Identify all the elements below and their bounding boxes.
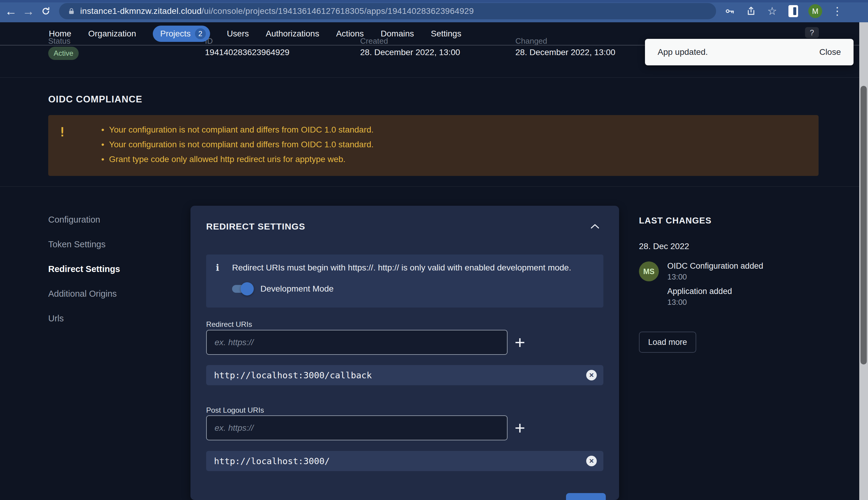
redirect-uri-input[interactable] <box>206 330 508 355</box>
back-icon[interactable]: ← <box>4 4 18 18</box>
redirect-uri-chip: http://localhost:3000/callback × <box>206 365 603 385</box>
toast-close-button[interactable]: Close <box>819 47 841 57</box>
subnav-item-urls[interactable]: Urls <box>48 314 120 323</box>
event-title: OIDC Configuration added <box>667 261 763 271</box>
console-page: Status ID Created Changed Active 1941402… <box>0 22 868 500</box>
key-icon[interactable] <box>724 5 736 17</box>
redirect-uris-label: Redirect URIs <box>206 320 252 329</box>
lock-icon <box>67 7 75 15</box>
created-value: 28. December 2022, 13:00 <box>360 48 460 57</box>
warning-item: Your configuration is not compliant and … <box>101 137 374 152</box>
page-scrollbar[interactable] <box>859 22 868 500</box>
event-time: 13:00 <box>667 272 763 282</box>
side-panel-icon[interactable] <box>787 5 799 17</box>
remove-redirect-uri-icon[interactable]: × <box>586 370 597 380</box>
tab-projects[interactable]: Projects 2 <box>153 26 210 42</box>
app-id-value: 194140283623964929 <box>205 48 289 57</box>
change-event: OIDC Configuration added 13:00 <box>667 261 763 282</box>
tab-organization[interactable]: Organization <box>88 29 136 38</box>
change-entry: MS OIDC Configuration added 13:00 Applic… <box>639 261 854 307</box>
subnav-item-token-settings[interactable]: Token Settings <box>48 240 120 249</box>
subnav-item-configuration[interactable]: Configuration <box>48 215 120 224</box>
post-logout-uris-label: Post Logout URIs <box>206 406 264 414</box>
section-divider <box>0 186 868 187</box>
settings-subnav: Configuration Token Settings Redirect Se… <box>48 215 120 323</box>
redirect-uri-value: http://localhost:3000/callback <box>214 370 372 380</box>
tab-settings[interactable]: Settings <box>431 29 461 38</box>
projects-count-badge: 2 <box>195 28 206 39</box>
editor-avatar: MS <box>639 261 659 281</box>
browser-toolbar: ← → instance1-dkmnzw.zitadel.cloud/ui/co… <box>0 0 868 22</box>
screen: ← → instance1-dkmnzw.zitadel.cloud/ui/co… <box>0 0 868 500</box>
remove-post-logout-uri-icon[interactable]: × <box>586 456 597 466</box>
scrollbar-thumb[interactable] <box>860 86 867 364</box>
tab-authorizations[interactable]: Authorizations <box>266 29 319 38</box>
url-domain: instance1-dkmnzw.zitadel.cloud <box>80 6 202 16</box>
redirect-settings-card: REDIRECT SETTINGS ℹ Redirect URIs must b… <box>190 206 619 500</box>
warning-icon: ! <box>58 125 66 139</box>
collapse-chevron-up-icon[interactable] <box>588 220 602 232</box>
subnav-item-redirect-settings[interactable]: Redirect Settings <box>48 264 120 274</box>
toast-notification: App updated. Close <box>645 39 854 65</box>
card-title: REDIRECT SETTINGS <box>206 221 305 231</box>
last-changes-title: LAST CHANGES <box>639 216 854 226</box>
dev-mode-row: Development Mode <box>232 284 334 294</box>
changes-date: 28. Dec 2022 <box>639 241 854 251</box>
post-logout-uri-chip: http://localhost:3000/ × <box>206 451 603 471</box>
event-title: Application added <box>667 287 763 296</box>
dev-mode-info-box: ℹ Redirect URIs must begin with https://… <box>206 254 603 308</box>
warning-item: Grant type code only allowed http redire… <box>101 152 374 167</box>
forward-icon[interactable]: → <box>22 4 35 18</box>
tab-users[interactable]: Users <box>227 29 249 38</box>
url-path: /ui/console/projects/194136146127618305/… <box>202 6 474 16</box>
load-more-button[interactable]: Load more <box>639 332 696 353</box>
post-logout-uri-value: http://localhost:3000/ <box>214 456 330 466</box>
toast-message: App updated. <box>658 47 708 57</box>
share-icon[interactable] <box>745 5 757 17</box>
bookmark-star-icon[interactable]: ☆ <box>766 5 778 17</box>
warning-list: Your configuration is not compliant and … <box>101 122 374 167</box>
tab-projects-label: Projects <box>160 29 190 38</box>
last-changes-panel: LAST CHANGES 28. Dec 2022 MS OIDC Config… <box>639 216 854 353</box>
add-redirect-uri-icon[interactable]: + <box>509 332 531 353</box>
add-post-logout-uri-icon[interactable]: + <box>509 418 531 439</box>
dev-mode-label: Development Mode <box>260 284 334 294</box>
browser-menu-icon[interactable]: ⋮ <box>831 5 843 17</box>
compliance-warning-box: ! Your configuration is not compliant an… <box>48 115 819 176</box>
change-event: Application added 13:00 <box>667 287 763 307</box>
event-time: 13:00 <box>667 298 763 307</box>
tab-domains[interactable]: Domains <box>381 29 414 38</box>
url-text: instance1-dkmnzw.zitadel.cloud/ui/consol… <box>80 6 474 16</box>
changed-value: 28. December 2022, 13:00 <box>515 48 615 57</box>
tab-actions[interactable]: Actions <box>336 29 364 38</box>
status-badge: Active <box>48 47 79 60</box>
header-divider <box>0 77 868 78</box>
info-icon: ℹ <box>216 262 219 273</box>
address-bar[interactable]: instance1-dkmnzw.zitadel.cloud/ui/consol… <box>59 3 716 19</box>
dev-mode-toggle[interactable] <box>232 285 252 293</box>
tab-home[interactable]: Home <box>49 29 71 38</box>
reload-icon[interactable] <box>39 4 53 18</box>
help-button[interactable]: ? <box>805 27 819 38</box>
browser-actions: ☆ M ⋮ <box>724 4 843 18</box>
warning-item: Your configuration is not compliant and … <box>101 122 374 137</box>
subnav-item-additional-origins[interactable]: Additional Origins <box>48 289 120 298</box>
post-logout-uri-input[interactable] <box>206 416 508 440</box>
browser-profile-avatar[interactable]: M <box>808 4 822 18</box>
compliance-section-title: OIDC COMPLIANCE <box>48 94 143 105</box>
save-button[interactable] <box>566 493 606 500</box>
info-text: Redirect URIs must begin with https://. … <box>232 263 594 273</box>
